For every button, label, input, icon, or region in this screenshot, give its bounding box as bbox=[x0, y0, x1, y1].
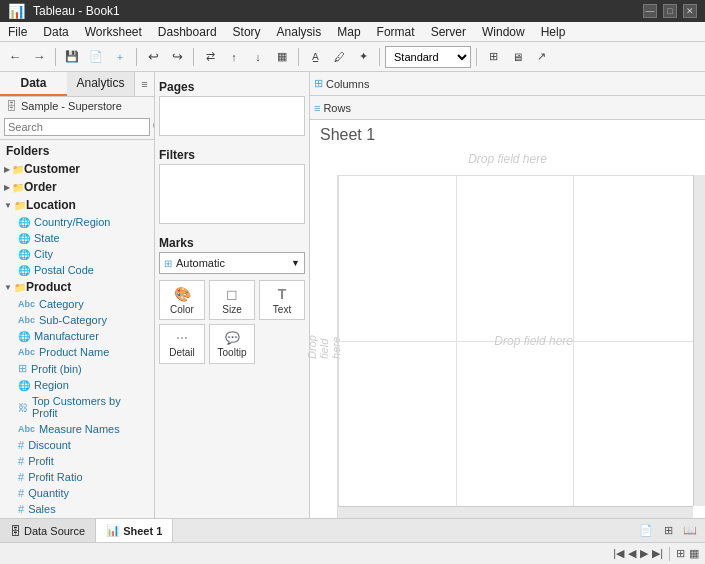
menu-file[interactable]: File bbox=[0, 22, 35, 41]
field-profit-bin[interactable]: ⊞ Profit (bin) bbox=[0, 360, 154, 377]
marks-color[interactable]: 🎨 Color bbox=[159, 280, 205, 320]
minimize-button[interactable]: — bbox=[643, 4, 657, 18]
field-category[interactable]: Abc Category bbox=[0, 296, 154, 312]
view-cards-button[interactable]: ⊞ bbox=[482, 46, 504, 68]
status-fix[interactable]: ▦ bbox=[689, 547, 699, 560]
sort-desc-button[interactable]: ↓ bbox=[247, 46, 269, 68]
folder-icon-2: 📁 bbox=[12, 182, 24, 193]
fit-button[interactable]: ▦ bbox=[271, 46, 293, 68]
toolbar: ← → 💾 📄 + ↩ ↪ ⇄ ↑ ↓ ▦ A̲ 🖊 ✦ Standard Fi… bbox=[0, 42, 705, 72]
app-icon: 📊 bbox=[8, 3, 25, 19]
detail-icon: ⋯ bbox=[176, 331, 188, 345]
menu-worksheet[interactable]: Worksheet bbox=[77, 22, 150, 41]
tooltip-icon: 💬 bbox=[225, 331, 240, 345]
redo-button[interactable]: ↪ bbox=[166, 46, 188, 68]
folder-customer[interactable]: ▶ 📁 Customer bbox=[0, 160, 154, 178]
open-button[interactable]: + bbox=[109, 46, 131, 68]
window-title: Tableau - Book1 bbox=[33, 4, 120, 18]
marks-icon-grid: 🎨 Color ◻ Size T Text ⋯ Detail 💬 Tooltip bbox=[159, 280, 305, 364]
highlight-button[interactable]: ✦ bbox=[352, 46, 374, 68]
menu-window[interactable]: Window bbox=[474, 22, 533, 41]
field-product-name[interactable]: Abc Product Name bbox=[0, 344, 154, 360]
field-profit-ratio[interactable]: # Profit Ratio bbox=[0, 469, 154, 485]
field-label-measure-names: Measure Names bbox=[39, 423, 120, 435]
scrollbar-bottom[interactable] bbox=[338, 506, 693, 518]
main-layout: Data Analytics ≡ 🗄 Sample - Superstore 🔍… bbox=[0, 72, 705, 518]
status-nav-end[interactable]: ▶| bbox=[652, 547, 663, 560]
close-button[interactable]: ✕ bbox=[683, 4, 697, 18]
new-button[interactable]: 📄 bbox=[85, 46, 107, 68]
marks-size[interactable]: ◻ Size bbox=[209, 280, 255, 320]
field-label-state: State bbox=[34, 232, 60, 244]
new-dashboard-button[interactable]: ⊞ bbox=[659, 522, 677, 540]
back-button[interactable]: ← bbox=[4, 46, 26, 68]
marks-detail[interactable]: ⋯ Detail bbox=[159, 324, 205, 364]
field-discount[interactable]: # Discount bbox=[0, 437, 154, 453]
toolbar-separator-3 bbox=[193, 48, 194, 66]
undo-button[interactable]: ↩ bbox=[142, 46, 164, 68]
marks-type-dropdown[interactable]: ⊞ Automatic ▼ bbox=[159, 252, 305, 274]
data-source-item[interactable]: 🗄 Sample - Superstore bbox=[0, 97, 154, 115]
sort-asc-button[interactable]: ↑ bbox=[223, 46, 245, 68]
filters-drop-area[interactable] bbox=[159, 164, 305, 224]
status-nav-next[interactable]: ▶ bbox=[640, 547, 648, 560]
pages-drop-area[interactable] bbox=[159, 96, 305, 136]
menu-analysis[interactable]: Analysis bbox=[269, 22, 330, 41]
data-source-label: Sample - Superstore bbox=[21, 100, 122, 112]
status-view-grid[interactable]: ⊞ bbox=[676, 547, 685, 560]
field-top-customers[interactable]: ⛓ Top Customers by Profit bbox=[0, 393, 154, 421]
folder-location[interactable]: ▼ 📁 Location bbox=[0, 196, 154, 214]
new-sheet-button[interactable]: 📄 bbox=[637, 522, 655, 540]
tooltip-button[interactable]: 🖊 bbox=[328, 46, 350, 68]
cylinder-icon: 🗄 bbox=[6, 100, 17, 112]
menu-server[interactable]: Server bbox=[423, 22, 474, 41]
geo-icon-5: 🌐 bbox=[18, 331, 30, 342]
field-postal-code[interactable]: 🌐 Postal Code bbox=[0, 262, 154, 278]
folder-product[interactable]: ▼ 📁 Product bbox=[0, 278, 154, 296]
menu-format[interactable]: Format bbox=[369, 22, 423, 41]
save-button[interactable]: 💾 bbox=[61, 46, 83, 68]
status-nav-prev[interactable]: ◀ bbox=[628, 547, 636, 560]
rows-drop-zone[interactable] bbox=[374, 96, 701, 119]
rows-label: Rows bbox=[323, 102, 351, 114]
status-nav-start[interactable]: |◀ bbox=[613, 547, 624, 560]
marks-text[interactable]: T Text bbox=[259, 280, 305, 320]
menu-help[interactable]: Help bbox=[533, 22, 574, 41]
menu-story[interactable]: Story bbox=[225, 22, 269, 41]
forward-button[interactable]: → bbox=[28, 46, 50, 68]
data-source-icon: 🗄 bbox=[10, 525, 21, 537]
present-button[interactable]: 🖥 bbox=[506, 46, 528, 68]
field-city[interactable]: 🌐 City bbox=[0, 246, 154, 262]
menu-data[interactable]: Data bbox=[35, 22, 76, 41]
swap-button[interactable]: ⇄ bbox=[199, 46, 221, 68]
tab-analytics[interactable]: Analytics bbox=[67, 72, 134, 96]
view-select[interactable]: Standard Fit Width Fit Height Entire Vie… bbox=[385, 46, 471, 68]
folder-order[interactable]: ▶ 📁 Order bbox=[0, 178, 154, 196]
view-area: Sheet 1 Drop field here Dropfieldhere Dr… bbox=[310, 120, 705, 518]
panel-menu-button[interactable]: ≡ bbox=[134, 72, 154, 96]
share-button[interactable]: ↗ bbox=[530, 46, 552, 68]
new-story-button[interactable]: 📖 bbox=[681, 522, 699, 540]
columns-drop-zone[interactable] bbox=[374, 72, 701, 95]
field-quantity[interactable]: # Quantity bbox=[0, 485, 154, 501]
field-sales[interactable]: # Sales bbox=[0, 501, 154, 517]
maximize-button[interactable]: □ bbox=[663, 4, 677, 18]
field-country-region[interactable]: 🌐 Country/Region bbox=[0, 214, 154, 230]
folders-label: Folders bbox=[0, 140, 154, 160]
field-state[interactable]: 🌐 State bbox=[0, 230, 154, 246]
label-button[interactable]: A̲ bbox=[304, 46, 326, 68]
search-input[interactable] bbox=[4, 118, 150, 136]
menu-map[interactable]: Map bbox=[329, 22, 368, 41]
field-measure-names[interactable]: Abc Measure Names bbox=[0, 421, 154, 437]
field-profit[interactable]: # Profit bbox=[0, 453, 154, 469]
field-region[interactable]: 🌐 Region bbox=[0, 377, 154, 393]
field-manufacturer[interactable]: 🌐 Manufacturer bbox=[0, 328, 154, 344]
field-subcategory[interactable]: Abc Sub-Category bbox=[0, 312, 154, 328]
scrollbar-right[interactable] bbox=[693, 175, 705, 506]
menu-dashboard[interactable]: Dashboard bbox=[150, 22, 225, 41]
tab-data-source[interactable]: 🗄 Data Source bbox=[0, 519, 96, 542]
marks-tooltip[interactable]: 💬 Tooltip bbox=[209, 324, 255, 364]
tab-sheet1[interactable]: 📊 Sheet 1 bbox=[96, 519, 173, 542]
filters-title: Filters bbox=[159, 144, 305, 164]
tab-data[interactable]: Data bbox=[0, 72, 67, 96]
